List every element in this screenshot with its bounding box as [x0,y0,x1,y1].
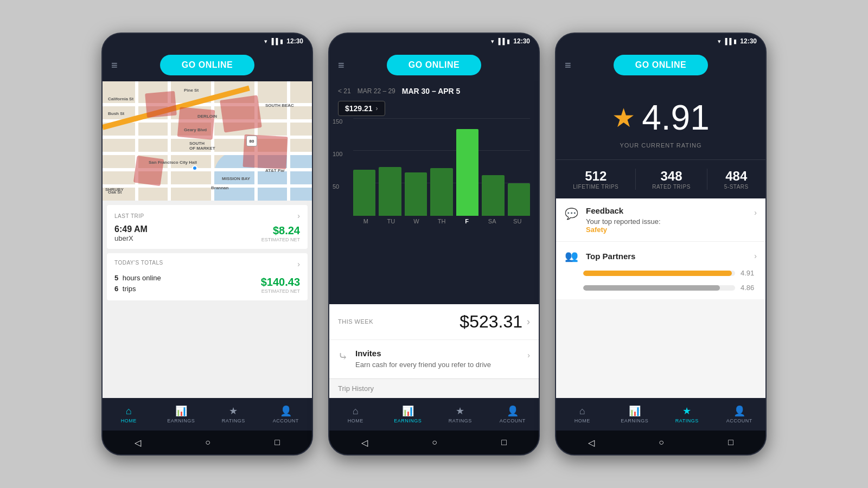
ratings-content: ★ 4.91 YOUR CURRENT RATING 512 LIFETIME … [556,81,765,398]
stat-lifetime-trips: 512 LIFETIME TRIPS [573,169,618,190]
ratings-label-1: RATINGS [222,418,245,423]
last-trip-info: 6:49 AM uberX [114,224,148,242]
last-trip-header: LAST TRIP › [114,211,300,220]
home-label-3: HOME [575,418,590,423]
rated-trips-label: RATED TRIPS [652,184,691,190]
date-nav-current[interactable]: MAR 30 – APR 5 [402,87,461,95]
feedback-text: Feedback Your top reported issue: Safety [586,206,746,234]
location-dot [192,165,197,171]
home-label-1: HOME [121,418,137,423]
back-btn-2[interactable]: ◁ [361,438,368,448]
nav-account-3[interactable]: 👤 ACCOUNT [713,405,766,423]
rated-trips-num: 348 [652,169,691,184]
home-btn-3[interactable]: ○ [659,438,664,447]
nav-earnings-2[interactable]: 📊 EARNINGS [382,405,435,423]
this-week-arrow[interactable]: › [527,316,530,328]
home-icon-3: ⌂ [579,406,585,417]
recents-btn-1[interactable]: □ [275,438,280,447]
chart-x-label-tu: TU [379,218,404,224]
menu-icon-1[interactable]: ≡ [111,59,118,72]
home-btn-2[interactable]: ○ [432,438,437,447]
last-trip-body: 6:49 AM uberX $8.24 ESTIMATED NET [114,224,300,242]
totals-hours-label: hours online [123,274,161,282]
last-trip-card: LAST TRIP › 6:49 AM uberX $8.24 ESTIMATE… [107,205,308,249]
status-bar-1: ▾ ▐▐ ▮ 12:30 [103,34,312,49]
recents-btn-3[interactable]: □ [728,438,733,447]
ratings-icon-3: ★ [682,405,691,417]
bottom-nav-2: ⌂ HOME 📊 EARNINGS ★ RATINGS 👤 ACCOUNT [329,398,539,431]
map-label-bush: Bush St [108,111,124,116]
last-trip-time: 6:49 AM [114,224,148,234]
stat-rated-trips: 348 RATED TRIPS [652,169,691,190]
nav-earnings-3[interactable]: 📊 EARNINGS [609,405,661,423]
totals-body: 5 hours online 6 trips $140.43 ESTIMATED… [114,273,300,294]
nav-account-2[interactable]: 👤 ACCOUNT [487,405,539,423]
account-icon-1: 👤 [280,405,292,417]
status-icons-1: ▾ ▐▐ ▮ [264,38,284,45]
nav-earnings-1[interactable]: 📊 EARNINGS [155,405,208,423]
nav-home-1[interactable]: ⌂ HOME [103,406,155,423]
nav-ratings-1[interactable]: ★ RATINGS [207,405,260,423]
chart-x-label-th: TH [429,218,455,224]
account-icon-3: 👤 [733,405,745,417]
todays-totals-card: TODAY'S TOTALS › 5 hours online 6 trips [107,253,308,300]
status-icons-2: ▾ ▐▐ ▮ [491,38,510,45]
trip-history-peek[interactable]: Trip History [329,378,539,398]
lifetime-trips-num: 512 [573,169,618,184]
ratings-label-2: RATINGS [449,418,472,423]
nav-ratings-3[interactable]: ★ RATINGS [661,405,713,423]
menu-icon-2[interactable]: ≡ [338,59,344,72]
menu-icon-3[interactable]: ≡ [565,59,571,72]
ratings-label-3: RATINGS [675,418,699,423]
nav-home-3[interactable]: ⌂ HOME [556,406,609,423]
this-week-label: THIS WEEK [338,318,373,325]
battery-icon-2: ▮ [507,38,510,45]
totals-arrow[interactable]: › [297,260,300,268]
status-time-2: 12:30 [513,37,530,45]
this-week-bar: THIS WEEK $523.31 › [329,304,539,339]
invites-card[interactable]: ⤷ Invites Earn cash for every friend you… [329,339,539,378]
date-nav-prev[interactable]: < 21 [338,87,351,95]
chart-y-100: 100 [333,151,342,157]
signal-icon: ▐▐ [270,38,278,44]
lifetime-trips-label: LIFETIME TRIPS [573,184,618,190]
home-btn-1[interactable]: ○ [205,438,210,447]
earnings-amount-pill[interactable]: $129.21 › [338,101,385,116]
account-icon-2: 👤 [507,405,519,417]
chart-x-label-w: W [404,218,429,224]
back-btn-1[interactable]: ◁ [135,438,141,448]
chart-x-label-su: SU [505,218,530,224]
go-online-btn-1[interactable]: GO ONLINE [160,55,254,75]
feedback-card[interactable]: 💬 Feedback Your top reported issue: Safe… [556,198,765,242]
earnings-pill-arrow: › [376,105,378,112]
totals-hours: 5 hours online [114,273,161,284]
feedback-icon: 💬 [565,207,578,220]
chart-bar-m [353,170,375,216]
back-btn-3[interactable]: ◁ [588,438,595,448]
top-partners-header[interactable]: 👥 Top Partners › [565,249,757,262]
home-label-2: HOME [348,418,363,423]
go-online-btn-3[interactable]: GO ONLINE [614,55,708,75]
invites-arrow: › [527,351,530,359]
totals-left: 5 hours online 6 trips [114,273,161,294]
chart-x-labels: MTUWTHFSASU [353,218,530,224]
nav-account-1[interactable]: 👤 ACCOUNT [260,405,312,423]
top-partners-card: 👥 Top Partners › 4.91 [556,242,765,299]
go-online-btn-2[interactable]: GO ONLINE [387,55,481,75]
phone-home: ▾ ▐▐ ▮ 12:30 ≡ GO ONLINE [101,33,313,455]
last-trip-arrow[interactable]: › [297,211,300,220]
rating-star-icon: ★ [612,102,635,133]
stat-five-stars: 484 5-STARS [724,169,749,190]
nav-home-2[interactable]: ⌂ HOME [329,406,382,423]
ratings-icon-1: ★ [229,405,238,417]
android-nav-2: ◁ ○ □ [329,431,539,454]
phone-ratings: ▾ ▐▐ ▮ 12:30 ≡ GO ONLINE ★ 4.91 YOUR CUR… [555,33,767,455]
partner-bar-bg-2 [583,285,735,291]
wifi-icon-2: ▾ [491,38,494,45]
date-nav-mid[interactable]: MAR 22 – 29 [358,87,395,95]
nav-ratings-2[interactable]: ★ RATINGS [434,405,487,423]
totals-trips: 6 trips [114,284,161,294]
account-label-3: ACCOUNT [726,418,752,423]
this-week-amount: $523.31 › [459,312,530,332]
recents-btn-2[interactable]: □ [501,438,507,447]
